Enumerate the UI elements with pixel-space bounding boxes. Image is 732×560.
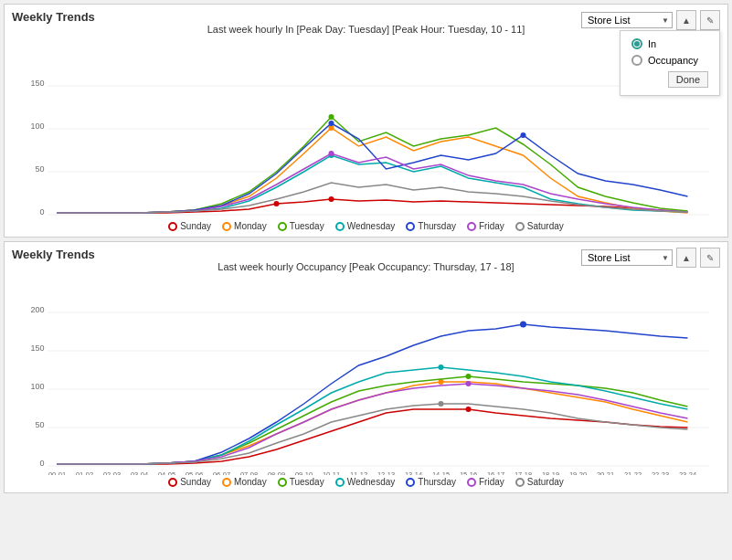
legend-sunday-1: Sunday — [168, 221, 211, 231]
radio-in[interactable] — [631, 38, 642, 49]
legend-tuesday-2: Tuesday — [278, 477, 324, 487]
line-sunday-2 — [58, 409, 688, 464]
line-saturday-1 — [58, 183, 688, 213]
legend-dot-saturday-2 — [515, 478, 525, 487]
dropdown-box-1: In Occupancy Done — [620, 30, 720, 96]
svg-text:100: 100 — [30, 122, 44, 131]
svg-point-79 — [466, 381, 472, 386]
line-saturday-2 — [58, 404, 688, 464]
legend-dot-sunday-2 — [168, 478, 177, 487]
chart-svg-1: 0 50 100 150 00-01 01-02 02-03 03-04 04-… — [12, 37, 720, 219]
legend-label-thursday-2: Thursday — [418, 477, 456, 487]
svg-text:15-16: 15-16 — [460, 470, 477, 475]
dropdown-option-occupancy[interactable]: Occupancy — [631, 55, 708, 66]
svg-point-32 — [274, 201, 280, 206]
legend-saturday-2: Saturday — [515, 477, 564, 487]
legend-label-saturday-1: Saturday — [527, 221, 564, 231]
legend-thursday-2: Thursday — [406, 477, 456, 487]
svg-point-38 — [521, 132, 526, 138]
svg-point-74 — [466, 407, 472, 412]
legend-label-wednesday-1: Wednesday — [347, 221, 396, 231]
svg-text:22-23: 22-23 — [652, 470, 669, 475]
svg-text:50: 50 — [35, 420, 44, 429]
svg-text:0: 0 — [39, 207, 44, 217]
svg-text:50: 50 — [35, 164, 44, 174]
legend-dot-thursday-1 — [406, 222, 415, 231]
legend-label-wednesday-2: Wednesday — [347, 477, 396, 487]
dropdown-label-in: In — [648, 38, 656, 49]
svg-text:150: 150 — [30, 343, 44, 353]
svg-point-76 — [466, 374, 472, 379]
svg-text:23-24: 23-24 — [679, 470, 696, 475]
radio-occupancy[interactable] — [631, 55, 642, 66]
legend-dot-wednesday-2 — [335, 478, 345, 487]
line-monday-2 — [58, 382, 688, 464]
legend-thursday-1: Thursday — [406, 221, 456, 231]
legend-2: Sunday Monday Tuesday Wednesday Thursday… — [12, 477, 720, 487]
chart-title-2: Last week hourly Occupancy [Peak Occupan… — [12, 261, 720, 272]
legend-friday-2: Friday — [467, 477, 504, 487]
svg-text:11-12: 11-12 — [350, 470, 367, 475]
line-thursday-2 — [58, 324, 688, 464]
svg-point-39 — [329, 151, 334, 156]
legend-dot-friday-2 — [467, 478, 476, 487]
svg-point-37 — [329, 121, 334, 126]
svg-text:20-21: 20-21 — [597, 470, 614, 475]
svg-text:13-14: 13-14 — [405, 470, 422, 475]
legend-saturday-1: Saturday — [515, 221, 564, 231]
svg-text:100: 100 — [30, 382, 44, 391]
legend-dot-sunday-1 — [168, 222, 177, 231]
line-wednesday-2 — [58, 367, 688, 464]
svg-text:08-09: 08-09 — [268, 470, 285, 475]
svg-text:01-02: 01-02 — [76, 470, 93, 475]
legend-friday-1: Friday — [467, 221, 504, 231]
chart-area-2: Last week hourly Occupancy [Peak Occupan… — [12, 261, 720, 487]
legend-dot-monday-2 — [222, 478, 231, 487]
svg-text:05-06: 05-06 — [186, 470, 203, 475]
legend-label-monday-1: Monday — [234, 221, 267, 231]
svg-point-33 — [329, 196, 334, 202]
legend-label-friday-2: Friday — [479, 477, 504, 487]
done-button[interactable]: Done — [668, 71, 708, 88]
legend-dot-monday-1 — [222, 222, 231, 231]
legend-dot-saturday-1 — [515, 222, 525, 231]
panel-weekly-trends-1: Weekly Trends Store List ▲ ✎ In Occupanc… — [4, 4, 728, 238]
legend-label-sunday-1: Sunday — [180, 221, 211, 231]
legend-monday-2: Monday — [222, 477, 267, 487]
legend-dot-tuesday-2 — [278, 478, 287, 487]
legend-label-sunday-2: Sunday — [180, 477, 211, 487]
svg-text:14-15: 14-15 — [432, 470, 450, 475]
legend-dot-thursday-2 — [406, 478, 415, 487]
legend-dot-tuesday-1 — [278, 222, 287, 231]
svg-text:09-10: 09-10 — [295, 470, 313, 475]
svg-text:07-08: 07-08 — [240, 470, 258, 475]
svg-text:200: 200 — [30, 305, 44, 314]
panel-title-1: Weekly Trends — [12, 10, 95, 24]
legend-label-monday-2: Monday — [234, 477, 267, 487]
legend-sunday-2: Sunday — [168, 477, 211, 487]
svg-text:04-05: 04-05 — [158, 470, 175, 475]
panel-title-2: Weekly Trends — [12, 248, 95, 261]
legend-wednesday-2: Wednesday — [335, 477, 396, 487]
svg-text:03-04: 03-04 — [131, 470, 148, 475]
svg-point-78 — [520, 322, 526, 328]
dropdown-option-in[interactable]: In — [631, 38, 708, 49]
svg-text:19-20: 19-20 — [569, 470, 587, 475]
svg-text:0: 0 — [39, 459, 44, 468]
svg-text:06-07: 06-07 — [213, 470, 230, 475]
svg-text:12-13: 12-13 — [377, 470, 395, 475]
svg-text:16-17: 16-17 — [487, 470, 504, 475]
legend-label-thursday-1: Thursday — [418, 221, 456, 231]
line-tuesday-1 — [58, 117, 688, 213]
legend-monday-1: Monday — [222, 221, 267, 231]
svg-point-35 — [329, 114, 334, 120]
svg-text:18-19: 18-19 — [542, 470, 559, 475]
legend-label-tuesday-2: Tuesday — [290, 477, 324, 487]
line-wednesday-1 — [58, 155, 688, 213]
chart-svg-2: 0 50 100 150 200 00-01 01-02 02-03 03-04… — [12, 274, 720, 475]
svg-text:02-03: 02-03 — [103, 470, 121, 475]
legend-dot-friday-1 — [467, 222, 476, 231]
legend-tuesday-1: Tuesday — [278, 221, 324, 231]
panel-weekly-trends-2: Weekly Trends Store List ▲ ✎ Last week h… — [4, 241, 728, 493]
svg-point-77 — [439, 365, 444, 370]
